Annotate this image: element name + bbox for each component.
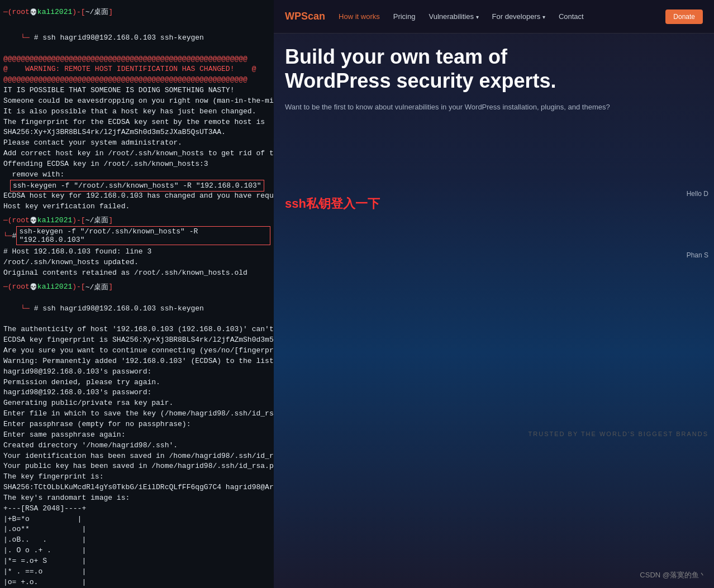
sha256-fp-line: SHA256:TCtOLbLKuMcdRl4gYs0TkbG/iEilDRcQL… [3, 482, 270, 493]
password-line-1: hagrid98@192.168.0.103's password: [3, 367, 270, 377]
pub-saved-line: Your public key has been saved in /home/… [3, 461, 270, 472]
prompt2-root: root [12, 216, 30, 224]
warning-ats: @@@@@@@@@@@@@@@@@@@@@@@@@@@@@@@@@@@@@@@@… [3, 54, 270, 65]
sha256-line: SHA256:Xy+Xj3BR8BLS4rk/l2jfAZmSh0d3m5zJX… [3, 127, 270, 138]
gen-keypair-line: Generating public/private rsa key pair. [3, 398, 270, 409]
hero-title: Build your own team of WordPress securit… [285, 45, 703, 93]
wpscan-navbar: WPScan How it works Pricing Vulnerabilit… [274, 0, 714, 34]
id-saved-line: Your identification has been saved in /h… [3, 451, 270, 462]
annotation-overlay: ssh私钥登入一下 [285, 195, 380, 212]
donate-button[interactable]: Donate [665, 9, 703, 24]
host-found: # Host 192.168.0.103 found: line 3 [3, 247, 270, 257]
prompt3-b1: )-[ [72, 283, 85, 291]
art-7: |o= +.o. | [3, 577, 270, 588]
prompt-line-2: ─(root💀 kali2021)-[~/桌面] [3, 215, 270, 225]
prompt3-dash: ─( [3, 283, 12, 291]
brand-trust-text: TRUSTED BY THE WORLD'S BIGGEST BRANDS [529, 431, 708, 437]
prompt3-path: ~/桌面 [85, 282, 109, 292]
ecdsa-changed: ECDSA host key for 192.168.0.103 has cha… [3, 191, 270, 202]
add-host-line: Add correct host key in /root/.ssh/known… [3, 149, 270, 159]
terminal-host: kali2021 [37, 8, 72, 16]
art-top: +---[RSA 2048]----+ [3, 504, 270, 514]
auth-line: The authenticity of host '192.168.0.103 … [3, 324, 270, 335]
prompt3-root: root [12, 283, 30, 291]
art-5: |*= =.o+ S | [3, 556, 270, 567]
prompt3-host: kali2021 [37, 283, 72, 291]
hello-label: Hello D [687, 190, 708, 198]
remove-with-line: remove with: [3, 170, 270, 180]
terminal-path: ~/桌面 [85, 7, 109, 17]
eavesdrop-line: Someone could be eavesdropping on you ri… [3, 96, 270, 107]
terminal-bracket2: ] [108, 8, 113, 16]
prompt-line-3: ─(root💀 kali2021)-[~/桌面] [3, 282, 270, 292]
prompt2-dash: ─( [3, 216, 12, 224]
prompt2-b2: ] [108, 216, 113, 224]
cmd-line-2-container: └─ # ssh-keygen -f "/root/.ssh/known_hos… [3, 226, 270, 245]
nav-vulnerabilities[interactable]: Vulnerabilities ▾ [429, 12, 478, 21]
prompt2-path: ~/桌面 [85, 215, 109, 225]
contact-line: Please contact your system administrator… [3, 138, 270, 149]
wpscan-logo: WPScan [285, 11, 325, 22]
highlight-box-1: ssh-keygen -f "/root/.ssh/known_hosts" -… [10, 181, 270, 190]
hero-title-line1: Build your own team of [285, 45, 507, 68]
phan-label: Phan S [687, 251, 708, 259]
enter-pass-line: Enter passphrase (empty for no passphras… [3, 419, 270, 430]
terminal-skull: 💀 [30, 8, 37, 16]
keygen-cmd-1: ssh-keygen -f "/root/.ssh/known_hosts" -… [10, 180, 264, 192]
nav-contact[interactable]: Contact [559, 12, 584, 21]
wpscan-background: WPScan How it works Pricing Vulnerabilit… [274, 0, 714, 588]
nav-dev-label: For developers [492, 12, 541, 21]
continue-line: Are you sure you want to continue connec… [3, 346, 270, 356]
keygen-cmd-2: ssh-keygen -f "/root/.ssh/known_hosts" -… [16, 226, 270, 245]
prompt3-b2: ] [108, 283, 113, 291]
prompt-dash: └─ [21, 34, 30, 42]
cmd-line-3: └─ # ssh hagrid98@192.168.0.103 ssh-keyg… [3, 293, 270, 325]
terminal-root: root [12, 8, 30, 16]
nav-how-it-works[interactable]: How it works [339, 12, 380, 21]
art-2: |.oo** | [3, 524, 270, 535]
created-dir-line: Created directory '/home/hagrid98/.ssh'. [3, 441, 270, 451]
art-6: |* . ==.o | [3, 567, 270, 577]
cmd3-hash: # [30, 304, 42, 313]
terminal-dash: ─( [3, 8, 12, 16]
nasty-line: IT IS POSSIBLE THAT SOMEONE IS DOING SOM… [3, 85, 270, 96]
art-1: |+B=*o | [3, 514, 270, 525]
terminal-window: ─(root💀 kali2021)-[~/桌面] └─ # ssh hagrid… [0, 0, 274, 588]
key-fp-label: The key fingerprint is: [3, 472, 270, 482]
perm-added-line: Warning: Permanently added '192.168.0.10… [3, 356, 270, 367]
nav-pricing[interactable]: Pricing [393, 12, 416, 21]
nav-developers[interactable]: For developers ▾ [492, 12, 545, 21]
prompt2-skull: 💀 [30, 217, 37, 224]
enter-file-line: Enter file in which to save the key (/ho… [3, 409, 270, 419]
hero-subtitle: Want to be the first to know about vulne… [285, 102, 703, 113]
password-line-2: hagrid98@192.168.0.103's password: [3, 388, 270, 398]
known-hosts-updated: /root/.ssh/known_hosts updated. [3, 257, 270, 268]
cmd2-prefix: └─ [3, 232, 12, 240]
warning-msg: @ WARNING: REMOTE HOST IDENTIFICATION HA… [3, 64, 270, 75]
warning-ats2: @@@@@@@@@@@@@@@@@@@@@@@@@@@@@@@@@@@@@@@@… [3, 75, 270, 85]
offending-line: Offending ECDSA key in /root/.ssh/known_… [3, 159, 270, 170]
host-verify-fail: Host key verification failed. [3, 202, 270, 212]
cmd3-prefix: └─ [21, 304, 30, 313]
csdn-watermark: CSDN @落寞的鱼丶 [640, 570, 706, 580]
hero-title-line2: WordPress security experts. [285, 69, 556, 92]
cmd-text: ssh hagrid98@192.168.0.103 ssh-keygen [42, 34, 204, 42]
chevron-down-icon-2: ▾ [542, 14, 545, 20]
prompt2-b1: )-[ [72, 216, 85, 224]
prompt-hash: # [30, 34, 42, 42]
hero-section: Build your own team of WordPress securit… [285, 45, 703, 113]
nav-vuln-label: Vulnerabilities [429, 12, 473, 21]
hostkey-line: It is also possible that a host key has … [3, 107, 270, 117]
fingerprint-line: The fingerprint for the ECDSA key sent b… [3, 117, 270, 128]
prompt2-host: kali2021 [37, 216, 72, 224]
original-retained: Original contents retained as /root/.ssh… [3, 268, 270, 279]
enter-pass2-line: Enter same passphrase again: [3, 430, 270, 441]
nav-right-area: Donate [665, 9, 703, 24]
perm-denied-line: Permission denied, please try again. [3, 377, 270, 388]
cmd3-text: ssh hagrid98@192.168.0.103 ssh-keygen [42, 304, 204, 313]
terminal-bracket1: )-[ [72, 8, 85, 16]
cmd2-hash: # [12, 232, 17, 240]
art-4: |. O o .+ . | [3, 546, 270, 556]
annotation-text: ssh私钥登入一下 [285, 197, 380, 211]
ecdsa-fp-line: ECDSA key fingerprint is SHA256:Xy+Xj3BR… [3, 335, 270, 346]
